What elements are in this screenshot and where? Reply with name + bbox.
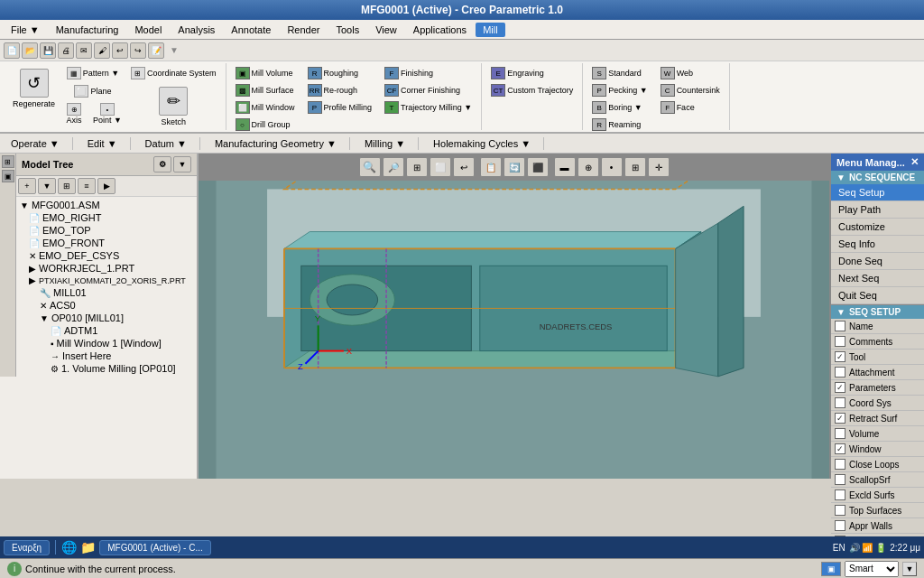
point-display-btn[interactable]: • [601,157,623,177]
face-btn[interactable]: F Face [657,99,724,116]
seq-info-item[interactable]: Seq Info [831,236,924,253]
menu-mill[interactable]: Mill [476,23,505,37]
taskbar-folder-icon[interactable]: 📁 [80,540,96,555]
tree-item-emo-front[interactable]: 📄 EMO_FRONT [18,237,195,249]
top-surfaces-checkbox-item[interactable]: Top Surfaces [831,503,924,518]
pecking-btn[interactable]: P Pecking ▼ [588,82,651,98]
datum-axes-btn[interactable]: ⊕ [578,157,599,177]
redo-btn[interactable]: ↪ [130,42,146,59]
smart-select[interactable]: Smart [845,561,899,577]
cad-viewport[interactable]: X Y Z NDADRETS.CEDS [199,181,829,479]
tree-item-mill01[interactable]: 🔧 MILL01 [18,286,195,299]
menu-analysis[interactable]: Analysis [171,23,222,37]
tree-item-mfg0001[interactable]: ▼ MFG0001.ASM [18,199,195,211]
action-edit[interactable]: Edit ▼ [82,137,123,150]
engraving-btn[interactable]: E Engraving [487,65,577,81]
tree-item-adtm1[interactable]: 📄 ADTM1 [18,324,195,337]
menu-view[interactable]: View [368,23,404,37]
print-btn[interactable]: 🖨 [58,42,74,59]
quit-seq-item[interactable]: Quit Seq [831,287,924,304]
close-loops-checkbox-item[interactable]: Close Loops [831,457,924,472]
done-seq-item[interactable]: Done Seq [831,253,924,270]
mt-add-btn[interactable]: + [18,178,36,194]
name-checkbox-item[interactable]: Name [831,319,924,334]
display-style-btn[interactable]: ⬛ [527,157,549,177]
menu-tools[interactable]: Tools [328,23,366,37]
tree-item-acs0[interactable]: ✕ ACS0 [18,299,195,312]
menu-model[interactable]: Model [127,23,169,37]
action-mfg-geo[interactable]: Manufacturing Geometry ▼ [209,137,342,150]
sketch-btn[interactable]: ✏ Sketch [127,83,220,130]
spin-center-btn[interactable]: ✛ [648,157,670,177]
side-icon-2[interactable]: ▣ [2,170,14,182]
email-btn[interactable]: ✉ [76,42,92,59]
save-btn[interactable]: 💾 [40,42,56,59]
tree-item-volume-milling[interactable]: ⚙ 1. Volume Milling [OP010] [18,362,195,375]
zoom-in-btn[interactable]: 🔍 [359,157,381,177]
scallop-srf-checkbox[interactable] [835,474,845,485]
mt-expand-btn[interactable]: ▼ [173,156,191,172]
coord-sys-checkbox[interactable] [835,397,845,408]
re-rough-btn[interactable]: RR Re-rough [304,82,376,98]
tree-item-ptxiaki[interactable]: ▶ PTXIAKI_KOMMATI_2O_XORIS_R.PRT [18,275,195,286]
play-path-item[interactable]: Play Path [831,201,924,219]
plane-btn[interactable]: ⬜ Plane [60,83,125,99]
appr-walls-checkbox-item[interactable]: Appr Walls [831,518,924,534]
tree-item-insert-here[interactable]: → Insert Here [18,350,195,362]
tool-checkbox-item[interactable]: ✓ Tool [831,350,924,365]
attachment-checkbox-item[interactable]: Attachment [831,365,924,380]
datum-planes-btn[interactable]: ▬ [554,157,576,177]
point-btn[interactable]: • Point ▼ [89,101,125,126]
name-checkbox[interactable] [835,321,845,331]
window-checkbox[interactable]: ✓ [835,443,845,454]
axis-btn[interactable]: ⊕ Axis [60,101,88,126]
action-datum[interactable]: Datum ▼ [140,137,192,150]
repaint-btn[interactable]: 🖌 [94,42,110,59]
zoom-area-btn[interactable]: ⊞ [406,157,428,177]
menu-manufacturing[interactable]: Manufacturing [49,23,126,37]
mt-col-btn[interactable]: ⊞ [58,178,76,194]
seq-setup-item[interactable]: Seq Setup [831,184,924,201]
drill-group-btn[interactable]: ○ Drill Group [232,117,299,133]
regenerate-btn[interactable]: ↺ Regenerate [9,65,59,130]
mt-filter-btn[interactable]: ▼ [38,178,56,194]
finishing-btn[interactable]: F Finishing [381,65,476,81]
status-arrow-btn[interactable]: ▼ [902,562,917,576]
attachment-checkbox[interactable] [835,367,845,378]
close-loops-checkbox[interactable] [835,459,845,470]
saved-orient-btn[interactable]: 🔄 [504,157,525,177]
custom-trajectory-btn[interactable]: CT Custom Trajectory [487,82,577,98]
volume-checkbox[interactable] [835,428,845,439]
trail-btn[interactable]: 📝 [148,42,164,59]
tree-item-op010[interactable]: ▼ OP010 [MILL01] [18,312,195,324]
excld-surfs-checkbox-item[interactable]: Excld Surfs [831,488,924,503]
mill-surface-btn[interactable]: ▩ Mill Surface [232,82,299,98]
parameters-checkbox[interactable]: ✓ [835,382,845,393]
undo-view-btn[interactable]: ↩ [453,157,475,177]
menu-file[interactable]: File ▼ [4,23,47,37]
customize-item[interactable]: Customize [831,219,924,236]
comments-checkbox-item[interactable]: Comments [831,334,924,350]
coord-sys-checkbox-item[interactable]: Coord Sys [831,396,924,411]
reaming-btn[interactable]: R Reaming [588,117,651,133]
undo-btn[interactable]: ↩ [112,42,128,59]
pattern-btn[interactable]: ▦ Pattern ▼ [60,65,125,81]
taskbar-app-btn[interactable]: MFG0001 (Active) - C... [99,540,211,555]
mm-close-icon[interactable]: ✕ [910,156,919,168]
tree-item-emo-top[interactable]: 📄 EMO_TOP [18,224,195,237]
action-operate[interactable]: Operate ▼ [5,137,65,150]
mt-settings-btn[interactable]: ⚙ [153,156,171,172]
side-icon-1[interactable]: ⊞ [2,155,14,168]
volume-checkbox-item[interactable]: Volume [831,426,924,442]
menu-render[interactable]: Render [280,23,327,37]
standard-btn[interactable]: S Standard [588,65,651,81]
comments-checkbox[interactable] [835,336,845,347]
action-milling[interactable]: Milling ▼ [359,137,411,150]
excld-surfs-checkbox[interactable] [835,489,845,500]
appr-walls-checkbox[interactable] [835,520,845,531]
mt-view-btn[interactable]: ≡ [78,178,96,194]
taskbar-ie-icon[interactable]: 🌐 [61,540,77,555]
coord-sys-btn[interactable]: ⊞ Coordinate System [127,65,220,81]
menu-applications[interactable]: Applications [406,23,474,37]
countersink-btn[interactable]: C Countersink [657,82,724,98]
